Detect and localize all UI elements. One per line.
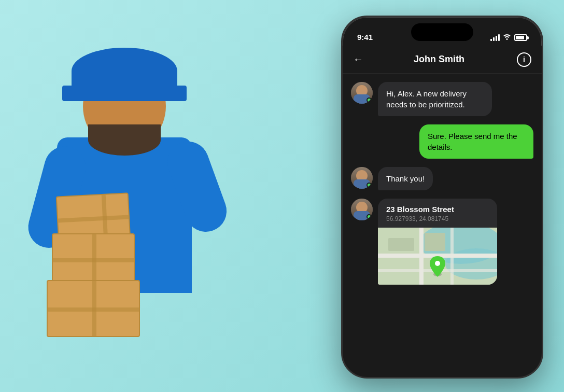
person-figure — [31, 21, 228, 384]
message-row: Thank you! — [351, 167, 533, 190]
avatar — [351, 167, 373, 189]
cap-brim — [62, 86, 187, 101]
signal-bar-1 — [490, 39, 492, 41]
avatar — [351, 199, 373, 220]
signal-bar-3 — [496, 36, 497, 41]
chat-messages[interactable]: Hi, Alex. A new delivery needs to be pri… — [343, 74, 542, 377]
beard — [88, 124, 161, 156]
status-icons — [490, 34, 527, 41]
signal-icon — [490, 35, 500, 41]
online-indicator — [366, 214, 372, 219]
message-bubble: Hi, Alex. A new delivery needs to be pri… — [378, 82, 492, 116]
location-coords: 56.927933, 24.081745 — [386, 215, 489, 222]
message-text: Hi, Alex. A new delivery needs to be pri… — [386, 89, 467, 109]
wifi-icon — [503, 34, 511, 41]
svg-rect-5 — [450, 228, 454, 285]
info-icon: i — [523, 55, 525, 64]
battery-icon — [514, 34, 527, 41]
message-text: Thank you! — [386, 174, 425, 183]
map-svg — [378, 228, 497, 285]
location-card[interactable]: 23 Blossom Street 56.927933, 24.081745 — [378, 199, 497, 285]
message-row-location: 23 Blossom Street 56.927933, 24.081745 — [351, 199, 533, 285]
signal-bar-4 — [498, 34, 500, 41]
chat-contact-name: John Smith — [372, 54, 506, 65]
chat-header: ← John Smith i — [343, 46, 542, 74]
svg-rect-4 — [419, 228, 424, 285]
message-text: Sure. Please send me the details. — [428, 132, 517, 151]
svg-point-10 — [435, 261, 440, 266]
delivery-person-illustration — [0, 0, 270, 392]
online-indicator — [366, 97, 372, 103]
signal-bar-2 — [493, 37, 495, 41]
phone-container: 9:41 ← John Sm — [331, 16, 554, 389]
svg-rect-8 — [425, 233, 445, 251]
dynamic-island — [411, 23, 473, 41]
info-button[interactable]: i — [517, 52, 531, 67]
packages — [47, 202, 150, 337]
online-indicator — [366, 183, 372, 188]
battery-fill — [516, 36, 524, 39]
map-preview[interactable] — [378, 228, 497, 285]
package-2 — [52, 233, 135, 285]
avatar — [351, 82, 373, 104]
phone-device: 9:41 ← John Sm — [341, 16, 543, 379]
message-bubble-outgoing: Sure. Please send me the details. — [419, 124, 533, 159]
package-1 — [47, 280, 140, 337]
message-row: Hi, Alex. A new delivery needs to be pri… — [351, 82, 533, 116]
svg-rect-7 — [388, 238, 414, 251]
message-row: Sure. Please send me the details. — [351, 124, 533, 159]
location-title: 23 Blossom Street — [386, 205, 489, 214]
location-info: 23 Blossom Street 56.927933, 24.081745 — [378, 199, 497, 228]
back-button[interactable]: ← — [353, 53, 363, 65]
message-bubble: Thank you! — [378, 167, 433, 190]
